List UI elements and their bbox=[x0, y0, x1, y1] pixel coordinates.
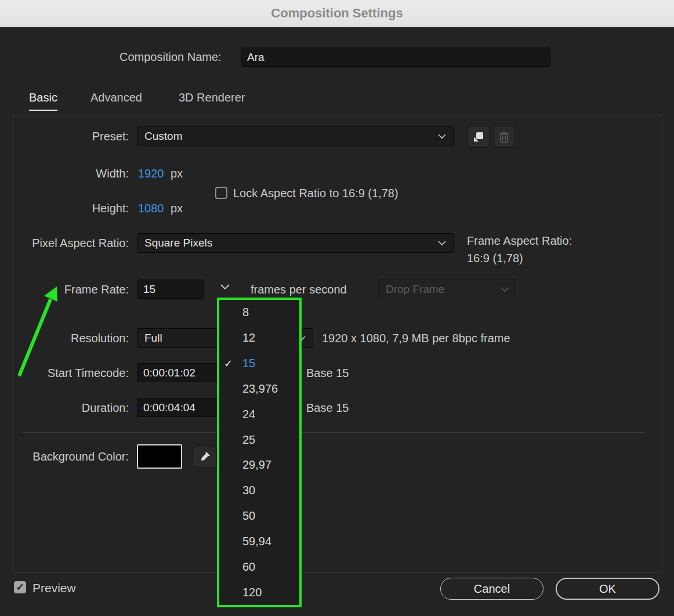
preset-value: Custom bbox=[144, 130, 182, 143]
height-label: Height: bbox=[0, 202, 129, 215]
dialog-title: Composition Settings bbox=[271, 6, 403, 21]
width-value[interactable]: 1920 bbox=[138, 167, 164, 180]
resolution-value: Full bbox=[144, 332, 162, 345]
chevron-down-icon bbox=[220, 284, 230, 290]
delete-preset-button[interactable] bbox=[493, 126, 515, 148]
frame-rate-option[interactable]: 29,97 bbox=[219, 452, 299, 478]
background-color-swatch[interactable] bbox=[137, 444, 182, 469]
resolution-label: Resolution: bbox=[0, 332, 129, 345]
frame-rate-option-selected[interactable]: ✓ 15 bbox=[219, 351, 299, 376]
section-divider bbox=[23, 432, 645, 433]
frame-rate-option[interactable]: 60 bbox=[219, 554, 299, 579]
chevron-down-icon bbox=[438, 241, 446, 246]
height-value[interactable]: 1080 bbox=[138, 202, 164, 215]
resolution-info: 1920 x 1080, 7,9 MB per 8bpc frame bbox=[322, 332, 510, 345]
width-unit: px bbox=[171, 167, 183, 180]
frame-rate-option[interactable]: 120 bbox=[219, 579, 299, 605]
chevron-down-icon bbox=[438, 134, 446, 139]
frame-rate-option[interactable]: 12 bbox=[219, 325, 299, 351]
frame-rate-option[interactable]: 8 bbox=[219, 300, 299, 325]
start-timecode-label: Start Timecode: bbox=[0, 367, 129, 380]
frame-aspect-ratio-label: Frame Aspect Ratio: bbox=[467, 234, 572, 248]
height-unit: px bbox=[171, 202, 183, 215]
composition-name-input[interactable] bbox=[241, 48, 550, 67]
frame-rate-dropdown-button[interactable] bbox=[220, 284, 230, 290]
frame-rate-option[interactable]: 30 bbox=[219, 478, 299, 503]
preset-label: Preset: bbox=[0, 130, 129, 143]
tab-advanced[interactable]: Advanced bbox=[90, 91, 142, 104]
frame-rate-input[interactable] bbox=[137, 280, 204, 299]
start-timecode-input[interactable] bbox=[137, 363, 225, 382]
composition-name-label: Composition Name: bbox=[119, 50, 222, 64]
frame-rate-option[interactable]: 59,94 bbox=[219, 528, 299, 554]
trash-icon bbox=[499, 131, 509, 143]
drop-frame-select: Drop Frame bbox=[378, 280, 516, 299]
lock-aspect-checkbox[interactable] bbox=[215, 187, 227, 199]
drop-frame-value: Drop Frame bbox=[386, 283, 444, 296]
save-preset-icon bbox=[473, 131, 484, 143]
check-icon: ✓ bbox=[224, 357, 233, 370]
chevron-down-icon bbox=[501, 287, 509, 292]
frame-aspect-ratio-value: 16:9 (1,78) bbox=[467, 252, 523, 265]
frame-rate-dropdown-menu: 8 12 ✓ 15 23,976 24 25 29,97 30 50 59,94… bbox=[217, 298, 302, 607]
duration-base: Base 15 bbox=[306, 401, 349, 415]
ok-button[interactable]: OK bbox=[556, 578, 659, 600]
background-color-label: Background Color: bbox=[0, 450, 129, 463]
duration-label: Duration: bbox=[0, 401, 129, 415]
pixel-aspect-ratio-label: Pixel Aspect Ratio: bbox=[0, 237, 129, 250]
pixel-aspect-ratio-select[interactable]: Square Pixels bbox=[137, 233, 454, 253]
tab-3d-renderer[interactable]: 3D Renderer bbox=[179, 91, 245, 104]
frames-per-second-label: frames per second bbox=[251, 283, 347, 296]
frame-rate-option[interactable]: 25 bbox=[219, 427, 299, 452]
eyedropper-icon bbox=[200, 452, 210, 462]
start-timecode-base: Base 15 bbox=[306, 367, 349, 380]
frame-rate-option[interactable]: 50 bbox=[219, 503, 299, 529]
dialog-titlebar: Composition Settings bbox=[0, 0, 674, 27]
eyedropper-button[interactable] bbox=[193, 447, 217, 468]
frame-rate-option[interactable]: 23,976 bbox=[219, 376, 299, 401]
preview-label: Preview bbox=[32, 581, 76, 595]
frame-rate-label: Frame Rate: bbox=[0, 283, 129, 296]
width-label: Width: bbox=[0, 167, 129, 180]
frame-rate-option[interactable]: 24 bbox=[219, 401, 299, 427]
preset-select[interactable]: Custom bbox=[137, 126, 454, 146]
save-preset-button[interactable] bbox=[468, 126, 490, 148]
cancel-button[interactable]: Cancel bbox=[440, 578, 543, 600]
duration-input[interactable] bbox=[137, 398, 225, 417]
lock-aspect-label: Lock Aspect Ratio to 16:9 (1,78) bbox=[233, 187, 398, 200]
tab-basic[interactable]: Basic bbox=[29, 91, 57, 111]
pixel-aspect-ratio-value: Square Pixels bbox=[144, 237, 212, 249]
preview-checkbox[interactable]: ✓ bbox=[14, 581, 26, 593]
